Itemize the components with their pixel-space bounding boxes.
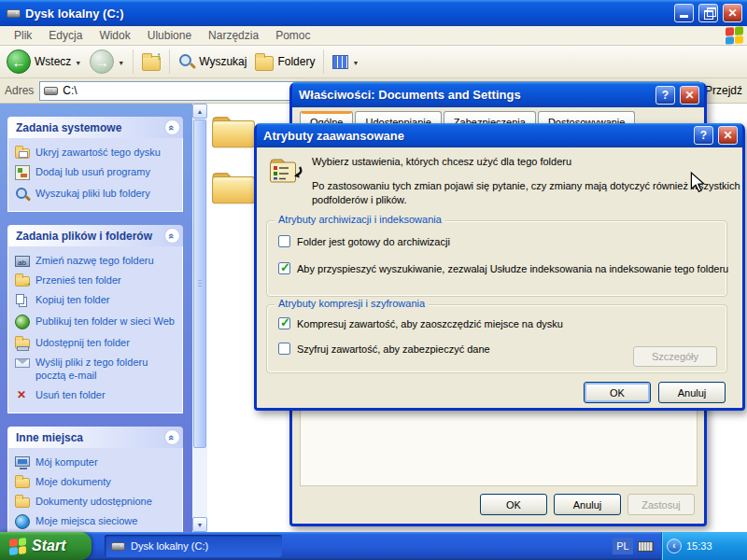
forward-button[interactable] — [87, 48, 127, 76]
back-icon — [7, 49, 31, 74]
task-search-files[interactable]: Wyszukaj pliki lub foldery — [15, 187, 179, 202]
compress-checkbox[interactable] — [278, 317, 290, 329]
place-shared-documents[interactable]: Dokumenty udostępnione — [15, 495, 179, 508]
forward-dropdown-icon[interactable] — [118, 55, 124, 68]
help-button[interactable] — [694, 126, 713, 145]
delete-icon — [15, 388, 30, 403]
checkbox-row-archive[interactable]: Folder jest gotowy do archiwizacji — [278, 235, 450, 247]
language-indicator[interactable]: PL — [613, 538, 633, 554]
place-my-computer[interactable]: Mój komputer — [15, 455, 179, 469]
views-dropdown-icon[interactable] — [352, 55, 359, 68]
menu-plik[interactable]: Plik — [6, 27, 40, 44]
checkbox-row-compress[interactable]: Kompresuj zawartość, aby zaoszczędzić mi… — [278, 317, 563, 329]
task-email-files[interactable]: Wyślij pliki z tego folderu pocztą e-mai… — [15, 356, 179, 382]
folder-item[interactable] — [211, 168, 256, 207]
folders-icon — [255, 56, 274, 71]
views-button[interactable] — [330, 53, 361, 71]
scroll-thumb[interactable] — [193, 119, 206, 448]
mouse-cursor — [688, 172, 707, 192]
keyboard-icon[interactable] — [638, 541, 654, 552]
folders-label: Foldery — [277, 55, 315, 68]
indexing-checkbox[interactable] — [278, 262, 290, 274]
close-button[interactable] — [680, 86, 699, 105]
folders-button[interactable]: Foldery — [252, 50, 317, 73]
windows-logo-icon — [726, 26, 743, 44]
toolbar-separator — [133, 49, 134, 74]
task-rename-folder[interactable]: Zmień nazwę tego folderu — [15, 254, 179, 267]
menu-edycja[interactable]: Edycja — [40, 27, 91, 44]
archive-checkbox[interactable] — [278, 235, 290, 247]
search-button[interactable]: Wyszukaj — [176, 51, 249, 72]
folder-item[interactable] — [211, 112, 256, 151]
explorer-titlebar: Dysk lokalny (C:) — [0, 0, 747, 26]
restore-button[interactable] — [698, 4, 718, 22]
start-button[interactable]: Start — [0, 532, 92, 560]
menu-narzedzia[interactable]: Narzędzia — [200, 27, 267, 44]
panel-other-places: Inne miejsca Mój komputer Moje dokumenty — [7, 427, 183, 532]
advanced-intro-text: Wybierz ustawienia, których chcesz użyć … — [312, 156, 571, 167]
task-move-folder[interactable]: Przenieś ten folder — [15, 273, 179, 287]
window-title: Dysk lokalny (C:) — [25, 7, 123, 21]
details-button[interactable]: Szczegóły — [633, 346, 717, 367]
system-tray: 15:33 — [661, 532, 747, 560]
toolbar-separator — [323, 49, 324, 74]
dialog-title: Właściwości: Documents and Settings — [299, 88, 521, 102]
hide-contents-icon — [15, 148, 30, 159]
ok-button[interactable]: OK — [480, 494, 547, 515]
share-folder-icon — [15, 339, 30, 349]
toolbar: Wstecz Wyszukaj Foldery — [0, 46, 747, 78]
checkbox-row-indexing[interactable]: Aby przyspieszyć wyszukiwanie, zezwalaj … — [278, 262, 728, 274]
place-my-documents[interactable]: Moje dokumenty — [15, 475, 179, 488]
ok-button[interactable]: OK — [584, 382, 651, 403]
network-places-icon — [15, 514, 30, 529]
dialog-title: Atrybuty zaawansowane — [263, 129, 404, 143]
publish-web-icon — [15, 315, 30, 329]
encrypt-checkbox[interactable] — [278, 343, 290, 355]
checkbox-row-encrypt[interactable]: Szyfruj zawartość, aby zabezpieczyć dane — [278, 343, 490, 355]
task-publish-folder[interactable]: Publikuj ten folder w sieci Web — [15, 315, 179, 329]
menu-pomoc[interactable]: Pomoc — [267, 27, 318, 44]
chevron-up-icon[interactable] — [164, 228, 180, 244]
chevron-up-icon[interactable] — [164, 119, 180, 135]
dialog-buttons: OK Anuluj Zastosuj — [480, 494, 695, 515]
place-network[interactable]: Moje miejsca sieciowe — [15, 514, 179, 529]
move-folder-icon — [15, 276, 30, 287]
task-hide-drive-contents[interactable]: Ukryj zawartość tego dysku — [15, 146, 179, 159]
task-pane-scrollbar[interactable] — [192, 104, 207, 532]
rename-icon — [15, 256, 30, 267]
apply-button[interactable]: Zastosuj — [627, 494, 695, 515]
address-label: Adres — [5, 84, 34, 97]
address-value: C:\ — [63, 84, 77, 97]
hide-icons-chevron[interactable] — [667, 539, 682, 553]
taskbar-item-local-disk[interactable]: Dysk lokalny (C:) — [105, 535, 282, 557]
cancel-button[interactable]: Anuluj — [658, 382, 726, 403]
clock: 15:33 — [686, 540, 712, 552]
windows-logo-icon — [9, 538, 26, 555]
task-add-remove-programs[interactable]: Dodaj lub usuń programy — [15, 165, 179, 180]
panel-title: Inne miejsca — [16, 431, 83, 444]
menu-ulubione[interactable]: Ulubione — [139, 27, 200, 44]
panel-title: Zadania plików i folderów — [16, 230, 152, 243]
shared-documents-icon — [15, 497, 30, 508]
task-copy-folder[interactable]: Kopiuj ten folder — [15, 293, 179, 308]
cancel-button[interactable]: Anuluj — [554, 494, 621, 515]
back-dropdown-icon[interactable] — [75, 55, 81, 68]
panel-header[interactable]: Zadania plików i folderów — [7, 225, 183, 246]
panel-header[interactable]: Zadania systemowe — [7, 117, 183, 138]
back-button[interactable]: Wstecz — [4, 48, 84, 76]
scroll-up-button[interactable] — [192, 104, 207, 119]
minimize-button[interactable] — [674, 4, 694, 22]
task-share-folder[interactable]: Udostępnij ten folder — [15, 336, 179, 349]
menu-widok[interactable]: Widok — [91, 27, 138, 44]
scroll-down-button[interactable] — [192, 517, 207, 532]
go-button[interactable]: Przejdź — [705, 84, 742, 97]
help-button[interactable] — [655, 86, 675, 105]
up-button[interactable] — [139, 50, 163, 73]
panel-header[interactable]: Inne miejsca — [7, 427, 183, 448]
chevron-up-icon[interactable] — [164, 429, 180, 445]
close-button[interactable] — [723, 4, 742, 22]
checkbox-label: Folder jest gotowy do archiwizacji — [297, 236, 450, 247]
task-delete-folder[interactable]: Usuń ten folder — [15, 388, 179, 403]
taskbar-item-label: Dysk lokalny (C:) — [131, 540, 208, 552]
close-button[interactable] — [718, 126, 738, 145]
